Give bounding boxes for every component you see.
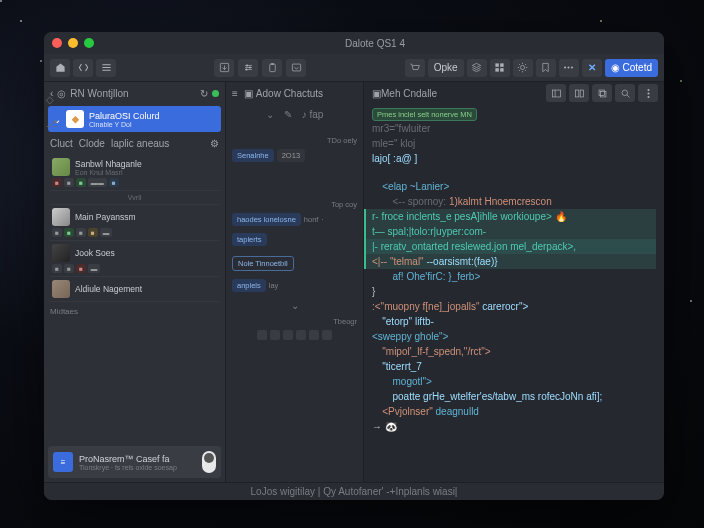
menu-icon[interactable]: [96, 59, 116, 77]
expand-icon[interactable]: ⌄: [232, 300, 357, 311]
svg-point-23: [647, 95, 649, 97]
sidebar-section-label: Midtaes: [44, 304, 225, 319]
svg-rect-15: [552, 90, 560, 97]
paste-icon[interactable]: [262, 59, 282, 77]
sidebar-header: ‹ ◎ RN Wontjllon ↻: [44, 82, 225, 104]
search-icon[interactable]: [615, 84, 635, 102]
pill-outlined[interactable]: Nole Tinnoetbll: [232, 256, 294, 271]
list-item[interactable]: Jook Soes ■■■▬: [50, 241, 219, 277]
svg-point-13: [568, 66, 570, 68]
svg-rect-10: [500, 68, 503, 71]
activity-bar: ◇ ⎇: [44, 84, 62, 464]
svg-rect-18: [599, 90, 605, 96]
pill[interactable]: taplerts: [232, 233, 267, 246]
middle-panel: ≡ ▣Adow Chactuts ⌄ ✎ ♪ fap TDo oely Sena…: [226, 82, 364, 482]
pill[interactable]: anplels: [232, 279, 266, 292]
list-item[interactable]: Sanbwl Nhaganle Eon Knul Masrl ■■■▬▬■: [50, 155, 219, 191]
svg-point-2: [249, 66, 251, 68]
edit-icon[interactable]: ✎: [284, 109, 292, 120]
tab-adow[interactable]: ▣Adow Chactuts: [244, 88, 323, 99]
layers-icon[interactable]: [467, 59, 487, 77]
svg-rect-16: [575, 90, 578, 97]
code-tag: Pmes inclel selt nonerve MN: [372, 108, 477, 121]
section-label: TDo oely: [232, 136, 357, 145]
project-title: PaluraOSI Colurd: [89, 111, 216, 121]
svg-point-1: [246, 64, 248, 66]
panel-icon[interactable]: [546, 84, 566, 102]
branch-icon[interactable]: ⎇: [46, 118, 60, 132]
svg-rect-7: [495, 63, 498, 66]
section-label: Top coy: [232, 200, 357, 209]
sidebar-filters: Cluct Clode laplic aneaus ⚙: [44, 134, 225, 153]
page-dots: [232, 330, 357, 340]
svg-point-11: [520, 65, 524, 69]
code-area[interactable]: Pmes inclel selt nonerve MN mr3="fwluite…: [364, 104, 664, 482]
window-controls: [52, 38, 94, 48]
list-item[interactable]: Main Payanssm ■■■■▬: [50, 205, 219, 241]
app-window: Dalote QS1 4 Opke ✕ ◉Cotetd ◇: [44, 32, 664, 500]
svg-rect-9: [495, 68, 498, 71]
cart-icon[interactable]: [405, 59, 425, 77]
pill[interactable]: 2O13: [277, 149, 305, 162]
adjust-icon[interactable]: [238, 59, 258, 77]
mid-tools: ⌄ ✎ ♪ fap: [226, 104, 363, 124]
tab-meh[interactable]: ▣Meh Cndalle: [372, 88, 437, 99]
refresh-icon[interactable]: ↻: [200, 88, 208, 99]
list-item[interactable]: Aldiule Nagement: [50, 277, 219, 302]
svg-rect-8: [500, 63, 503, 66]
user-list: Sanbwl Nhaganle Eon Knul Masrl ■■■▬▬■ Vv…: [44, 153, 225, 304]
sidebar: ‹ ◎ RN Wontjllon ↻ ⌄ ◆ PaluraOSI Colurd …: [44, 82, 226, 482]
more-icon[interactable]: [559, 59, 579, 77]
close-panel-button[interactable]: ✕: [582, 59, 602, 77]
svg-point-14: [571, 66, 573, 68]
filter-clode[interactable]: Clode: [79, 138, 105, 149]
window-title: Dalote QS1 4: [94, 38, 656, 49]
section-label: Tbeogr: [232, 317, 357, 326]
sidebar-selected-project[interactable]: ⌄ ◆ PaluraOSI Colurd Cinable Y Dol: [48, 106, 221, 132]
minimize-window-button[interactable]: [68, 38, 78, 48]
close-window-button[interactable]: [52, 38, 62, 48]
project-icon: ◆: [66, 110, 84, 128]
svg-rect-17: [580, 90, 583, 97]
copy-icon[interactable]: [592, 84, 612, 102]
status-bar: LoJos wigitilay | Qy Autofaner' -+Inplan…: [44, 482, 664, 500]
fap-button[interactable]: ♪ fap: [302, 109, 324, 120]
sidebar-title: RN Wontjllon: [70, 88, 128, 99]
card-subtitle: Tionskrye · ts rels oxlde soesap: [79, 464, 196, 471]
svg-rect-6: [292, 64, 300, 71]
bookmark-icon[interactable]: [536, 59, 556, 77]
cotetd-button[interactable]: ◉Cotetd: [605, 59, 658, 77]
svg-rect-5: [271, 63, 274, 64]
pill[interactable]: haodes lonelosne: [232, 213, 301, 226]
opke-button[interactable]: Opke: [428, 59, 464, 77]
card-toggle[interactable]: [202, 451, 216, 473]
mid-tabbar: ≡ ▣Adow Chactuts: [226, 82, 363, 104]
link-icon[interactable]: ◇: [46, 94, 60, 108]
maximize-window-button[interactable]: [84, 38, 94, 48]
nav-arrows-icon[interactable]: [73, 59, 93, 77]
svg-point-21: [647, 89, 649, 91]
editor-panel: ▣Meh Cndalle Pmes inclel selt nonerve MN…: [364, 82, 664, 482]
svg-point-3: [245, 69, 247, 71]
kebab-icon[interactable]: [638, 84, 658, 102]
grid-icon[interactable]: [490, 59, 510, 77]
status-text: LoJos wigitilay | Qy Autofaner' -+Inplan…: [251, 486, 458, 497]
home-icon[interactable]: [50, 59, 70, 77]
status-dot: [212, 90, 219, 97]
sidebar-bottom-card[interactable]: ≡ ProNasrem™ Casef fa Tionskrye · ts rel…: [48, 446, 221, 478]
project-subtitle: Cinable Y Dol: [89, 121, 216, 128]
panel-menu-icon[interactable]: ≡: [232, 88, 238, 99]
svg-rect-4: [270, 64, 276, 72]
main-toolbar: Opke ✕ ◉Cotetd: [44, 54, 664, 82]
brightness-icon[interactable]: [513, 59, 533, 77]
split-icon[interactable]: [569, 84, 589, 102]
titlebar: Dalote QS1 4: [44, 32, 664, 54]
list-item[interactable]: Vvrll: [50, 191, 219, 205]
filter-settings-icon[interactable]: ⚙: [210, 138, 219, 149]
filter-laplic[interactable]: laplic aneaus: [111, 138, 169, 149]
pill[interactable]: Senalnhe: [232, 149, 274, 162]
collapse-icon[interactable]: ⌄: [266, 109, 274, 120]
dropdown-icon[interactable]: [286, 59, 306, 77]
svg-rect-19: [600, 91, 606, 97]
save-icon[interactable]: [214, 59, 234, 77]
